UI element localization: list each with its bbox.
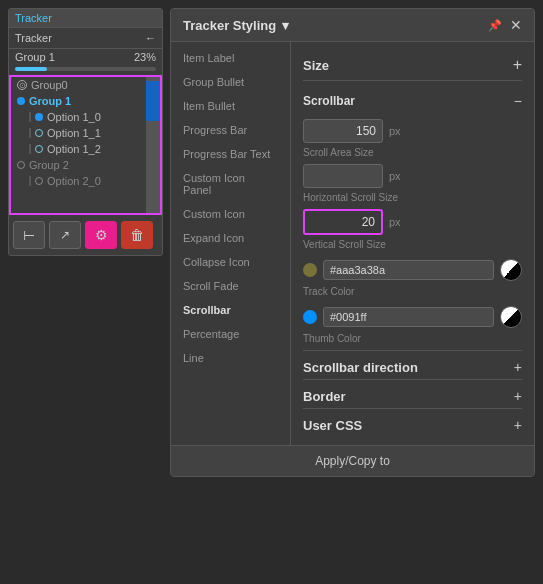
- option-dot-light-2: [35, 145, 43, 153]
- scrollbar-thumb: [146, 81, 160, 121]
- size-expand-icon[interactable]: +: [513, 56, 522, 74]
- tree-item-option-2-0[interactable]: Option 2_0: [11, 173, 146, 189]
- pin-icon[interactable]: 📌: [488, 19, 502, 32]
- tracker-panel: Tracker Tracker ← Group 1 23% ⊙ Group0 G…: [8, 8, 163, 256]
- size-section-header: Size +: [303, 50, 522, 81]
- settings-button[interactable]: ⚙: [85, 221, 117, 249]
- scroll-area-size-label: Scroll Area Size: [303, 147, 522, 158]
- tree-item-option-1-1[interactable]: Option 1_1: [11, 125, 146, 141]
- nav-item-item-bullet[interactable]: Item Bullet: [171, 94, 290, 118]
- tree-scrollbar[interactable]: [146, 77, 160, 213]
- thumb-color-label: Thumb Color: [303, 333, 522, 344]
- track-color-swatch: [303, 263, 317, 277]
- tracker-back-arrow[interactable]: ←: [145, 32, 156, 44]
- apply-copy-label: Apply/Copy to: [315, 454, 390, 468]
- export-icon: ↗: [60, 228, 70, 242]
- border-section: Border +: [303, 379, 522, 408]
- user-css-title: User CSS: [303, 418, 362, 433]
- nav-item-expand-icon[interactable]: Expand Icon: [171, 226, 290, 250]
- scrollbar-collapse-icon[interactable]: −: [514, 93, 522, 109]
- option-2-0-label: Option 2_0: [47, 175, 101, 187]
- border-expand[interactable]: +: [514, 388, 522, 404]
- nav-item-scrollbar[interactable]: Scrollbar: [171, 298, 290, 322]
- v-scroll-unit: px: [389, 216, 401, 228]
- scroll-area-unit: px: [389, 125, 401, 137]
- enter-button[interactable]: ⊢: [13, 221, 45, 249]
- tree-item-option-1-2[interactable]: Option 1_2: [11, 141, 146, 157]
- group1-dot: [17, 97, 25, 105]
- group0-icon: ⊙: [17, 80, 27, 90]
- nav-item-scroll-fade[interactable]: Scroll Fade: [171, 274, 290, 298]
- nav-item-collapse-icon[interactable]: Collapse Icon: [171, 250, 290, 274]
- bottom-buttons: ⊢ ↗ ⚙ 🗑: [9, 215, 162, 255]
- tree-item-group1[interactable]: Group 1: [11, 93, 146, 109]
- nav-item-label[interactable]: Item Label: [171, 46, 290, 70]
- h-scroll-row: px: [303, 164, 522, 188]
- group1-label: Group 1: [29, 95, 71, 107]
- settings-icon: ⚙: [95, 227, 108, 243]
- delete-icon: 🗑: [130, 227, 144, 243]
- close-icon[interactable]: ✕: [510, 17, 522, 33]
- nav-item-group-bullet[interactable]: Group Bullet: [171, 70, 290, 94]
- tracker-panel-title: Tracker: [9, 9, 162, 28]
- scrollbar-direction-expand[interactable]: +: [514, 359, 522, 375]
- dropdown-chevron[interactable]: ▾: [282, 18, 289, 33]
- progress-bar-fill: [15, 67, 47, 71]
- thumb-color-input[interactable]: [323, 307, 494, 327]
- v-scroll-row: px: [303, 209, 522, 235]
- option-2-0-dot: [35, 177, 43, 185]
- nav-item-progress-bar[interactable]: Progress Bar: [171, 118, 290, 142]
- header-icons: 📌 ✕: [488, 17, 522, 33]
- nav-item-line[interactable]: Line: [171, 346, 290, 370]
- scroll-area-size-row: px: [303, 119, 522, 143]
- tree-item-group0[interactable]: ⊙ Group0: [11, 77, 146, 93]
- user-css-expand[interactable]: +: [514, 417, 522, 433]
- nav-item-custom-icon-panel[interactable]: Custom IconPanel: [171, 166, 290, 202]
- border-title: Border: [303, 389, 346, 404]
- border-header[interactable]: Border +: [303, 388, 522, 404]
- scroll-area-size-input[interactable]: [303, 119, 383, 143]
- tracker-group1-label: Group 1: [15, 51, 55, 63]
- track-color-row: [303, 256, 522, 284]
- nav-list: Item Label Group Bullet Item Bullet Prog…: [171, 42, 291, 445]
- delete-button[interactable]: 🗑: [121, 221, 153, 249]
- option-1-2-label: Option 1_2: [47, 143, 101, 155]
- group2-dot: [17, 161, 25, 169]
- option-line-3: [29, 144, 31, 154]
- thumb-color-swatch: [303, 310, 317, 324]
- v-scroll-input[interactable]: [303, 209, 383, 235]
- h-scroll-label: Horizontal Scroll Size: [303, 192, 522, 203]
- scrollbar-subsection-header: Scrollbar −: [303, 89, 522, 113]
- v-scroll-label: Vertical Scroll Size: [303, 239, 522, 250]
- track-color-input[interactable]: [323, 260, 494, 280]
- styling-header: Tracker Styling ▾ 📌 ✕: [171, 9, 534, 42]
- h-scroll-input[interactable]: [303, 164, 383, 188]
- h-scroll-unit: px: [389, 170, 401, 182]
- user-css-header[interactable]: User CSS +: [303, 417, 522, 433]
- styling-body: Item Label Group Bullet Item Bullet Prog…: [171, 42, 534, 445]
- styling-title-group: Tracker Styling ▾: [183, 18, 289, 33]
- option-line-4: [29, 176, 31, 186]
- group2-label: Group 2: [29, 159, 69, 171]
- thumb-color-toggle[interactable]: [500, 306, 522, 328]
- track-color-label: Track Color: [303, 286, 522, 297]
- option-dot-blue: [35, 113, 43, 121]
- track-color-toggle[interactable]: [500, 259, 522, 281]
- tree-item-option-1-0[interactable]: Option 1_0: [11, 109, 146, 125]
- scrollbar-direction-title: Scrollbar direction: [303, 360, 418, 375]
- nav-item-custom-icon[interactable]: Custom Icon: [171, 202, 290, 226]
- group0-label: Group0: [31, 79, 68, 91]
- nav-item-progress-bar-text[interactable]: Progress Bar Text: [171, 142, 290, 166]
- tracker-header-label: Tracker: [15, 32, 52, 44]
- apply-copy-bar[interactable]: Apply/Copy to: [171, 445, 534, 476]
- export-button[interactable]: ↗: [49, 221, 81, 249]
- content-area: Size + Scrollbar − px Scroll Area Size p…: [291, 42, 534, 445]
- scrollbar-direction-header[interactable]: Scrollbar direction +: [303, 359, 522, 375]
- option-line-2: [29, 128, 31, 138]
- tree-item-group2[interactable]: Group 2: [11, 157, 146, 173]
- nav-item-percentage[interactable]: Percentage: [171, 322, 290, 346]
- enter-icon: ⊢: [23, 227, 35, 243]
- option-line: [29, 112, 31, 122]
- option-1-1-label: Option 1_1: [47, 127, 101, 139]
- size-title: Size: [303, 58, 329, 73]
